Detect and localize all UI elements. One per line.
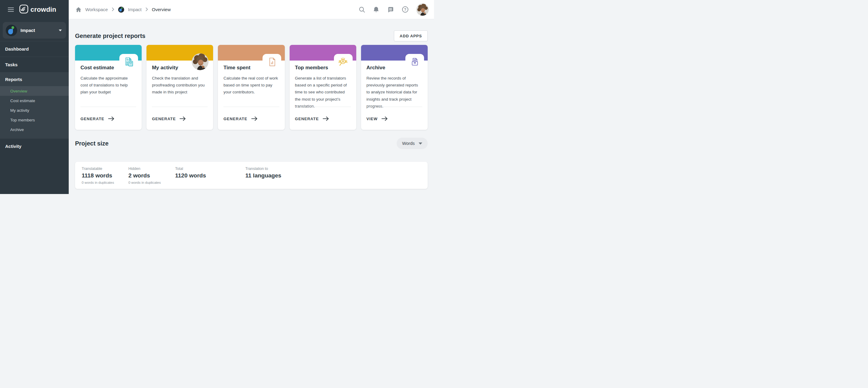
archive-box-icon [409,56,421,69]
project-selector[interactable]: Impact [3,22,66,38]
arrow-right-icon [179,116,186,121]
generate-time-spent-link[interactable]: GENERATE [223,116,257,121]
stat-label: Total [175,167,245,171]
chevron-right-icon [146,7,148,12]
card-time-spent[interactable]: Time spent Calculate the real cost of wo… [218,45,284,130]
action-label: GENERATE [295,117,319,121]
chevron-down-icon [59,30,62,31]
add-apps-button[interactable]: ADD APPS [394,30,428,41]
card-description: Generate a list of translators based on … [295,75,351,110]
divider [223,107,279,107]
card-description: Calculate the real cost of work based on… [223,75,279,96]
stat-label: Hidden [128,167,175,171]
view-archive-link[interactable]: VIEW [367,116,388,121]
arrow-right-icon [108,116,115,121]
stat-total: Total 1120 words [175,167,245,184]
card-description: Review the records of previously generat… [367,75,422,110]
breadcrumb: Workspace Impact Overview [76,7,170,13]
sidebar-item-reports-overview[interactable]: Overview [0,86,69,96]
sidebar-item-activity[interactable]: Activity [0,138,69,154]
project-size-stats: Translatable 1118 words 0 words in dupli… [75,162,428,189]
project-avatar [6,25,17,36]
generate-cost-estimate-link[interactable]: GENERATE [81,116,115,121]
report-cards: $ Cost estimate Calculate the approximat… [75,45,428,130]
members-search-icon [337,56,349,70]
sidebar-item-reports[interactable]: Reports [0,73,69,86]
chevron-down-icon [418,142,422,144]
topbar-icons: ? [359,4,429,16]
page-title: Generate project reports [75,33,145,39]
sidebar-menu: Dashboard Tasks Reports Overview Cost es… [0,41,69,154]
main-content: Generate project reports ADD APPS $ [69,20,434,194]
action-label: GENERATE [152,117,176,121]
user-avatar-photo [192,53,209,70]
breadcrumb-project[interactable]: Impact [128,7,142,12]
sidebar-item-reports-my-activity[interactable]: My activity [0,105,69,115]
card-archive[interactable]: Archive Review the records of previously… [361,45,428,130]
sidebar-item-tasks[interactable]: Tasks [0,57,69,72]
card-description: Calculate the approximate cost of transl… [81,75,136,96]
divider [295,107,351,107]
action-label: GENERATE [223,117,247,121]
sidebar-item-dashboard[interactable]: Dashboard [0,41,69,57]
divider [81,107,136,107]
crowdin-logo-icon [19,4,28,15]
stat-value: 2 words [128,172,175,179]
help-icon[interactable]: ? [402,6,409,13]
home-icon[interactable] [76,7,82,12]
project-size-title: Project size [75,140,108,147]
card-top-members[interactable]: Top members Generate a list of translato… [290,45,356,130]
generate-top-members-link[interactable]: GENERATE [295,116,329,121]
action-label: VIEW [367,117,378,121]
hamburger-menu-icon[interactable] [8,6,14,13]
card-my-activity[interactable]: My activity Check the translation and pr… [147,45,213,130]
breadcrumb-project-avatar [118,7,124,13]
stat-label: Translation to [245,167,281,171]
action-label: GENERATE [81,117,104,121]
breadcrumb-current-page: Overview [152,7,171,12]
crowdin-logo[interactable]: crowdin [19,4,56,15]
divider [152,107,208,107]
brand-row: crowdin [0,0,69,19]
stat-note: 0 words in duplicates [82,181,128,184]
arrow-right-icon [381,116,388,121]
unit-selector-dropdown[interactable]: Words [397,138,428,149]
stat-label: Translatable [82,167,128,171]
search-icon[interactable] [359,6,365,13]
svg-text:?: ? [404,7,406,12]
stat-note: 0 words in duplicates [128,181,175,184]
generate-my-activity-link[interactable]: GENERATE [152,116,186,121]
sidebar-item-reports-cost-estimate[interactable]: Cost estimate [0,96,69,105]
stat-translatable: Translatable 1118 words 0 words in dupli… [82,167,128,184]
arrow-right-icon [322,116,329,121]
brand-wordmark: crowdin [30,6,56,13]
arrow-right-icon [251,116,258,121]
sidebar-item-reports-top-members[interactable]: Top members [0,115,69,125]
notifications-bell-icon[interactable] [373,6,379,13]
sidebar: crowdin Impact Dashboard Tasks Reports O… [0,0,69,194]
sidebar-item-reports-archive[interactable]: Archive [0,125,69,134]
project-size-header: Project size Words [75,138,428,149]
svg-text:$: $ [127,58,128,61]
page-header: Generate project reports ADD APPS [75,29,428,42]
stat-value: 1120 words [175,172,245,179]
user-avatar[interactable] [416,4,429,16]
card-description: Check the translation and proofreading c… [152,75,208,96]
sidebar-section-reports: Reports Overview Cost estimate My activi… [0,72,69,138]
unit-selector-value: Words [402,141,415,146]
divider [367,107,422,107]
messages-icon[interactable] [387,6,394,13]
stat-value: 11 languages [245,172,281,179]
time-report-icon [267,56,278,69]
breadcrumb-workspace[interactable]: Workspace [85,7,108,12]
chevron-right-icon [112,7,114,12]
stat-translation-to: Translation to 11 languages [245,167,281,184]
project-name: Impact [21,28,59,33]
topbar: Workspace Impact Overview ? [69,0,434,19]
invoice-calculator-icon: $ [123,56,134,69]
card-cost-estimate[interactable]: $ Cost estimate Calculate the approximat… [75,45,142,130]
stat-hidden: Hidden 2 words 0 words in duplicates [128,167,175,184]
stat-value: 1118 words [82,172,128,179]
